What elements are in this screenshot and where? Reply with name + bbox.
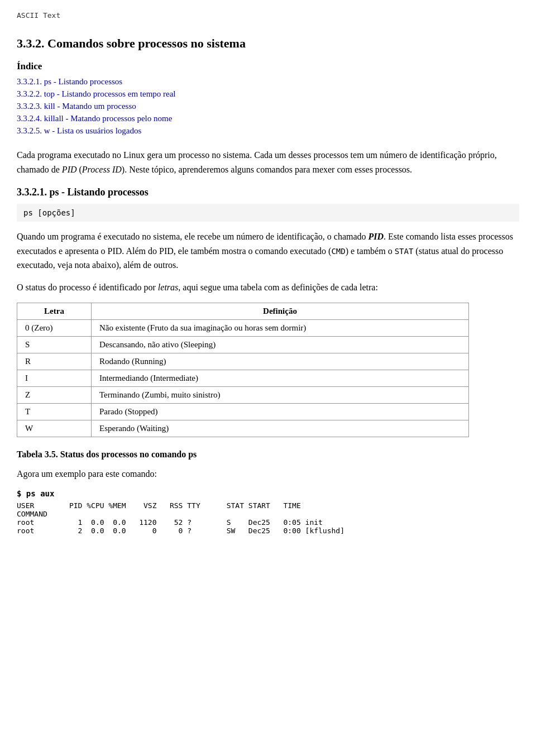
table-row: T Parado (Stopped) (17, 403, 469, 420)
table-cell-def: Terminando (Zumbi, muito sinistro) (91, 386, 468, 403)
table-cell-letra: S (17, 336, 92, 353)
ascii-header: ASCII Text (17, 11, 519, 20)
intro-paragraph: Cada programa executado no Linux gera um… (17, 148, 519, 176)
indice-link-1[interactable]: 3.3.2.1. ps - Listando processos (17, 77, 122, 86)
table-cell-def: Rodando (Running) (91, 353, 468, 370)
indice-link-2[interactable]: 3.3.2.2. top - Listando processos em tem… (17, 89, 176, 98)
example-intro: Agora um exemplo para este comando: (17, 467, 519, 481)
table-cell-letra: Z (17, 386, 92, 403)
indice-list: 3.3.2.1. ps - Listando processos 3.3.2.2… (17, 76, 519, 136)
table-cell-def: Esperando (Waiting) (91, 420, 468, 437)
list-item[interactable]: 3.3.2.3. kill - Matando um processo (17, 101, 519, 111)
indice-section: Índice 3.3.2.1. ps - Listando processos … (17, 61, 519, 136)
table-cell-def: Parado (Stopped) (91, 403, 468, 420)
section1-p1: Quando um programa é executado no sistem… (17, 229, 519, 272)
indice-link-4[interactable]: 3.3.2.4. killall - Matando processos pel… (17, 114, 172, 123)
section1-heading: 3.3.2.1. ps - Listando processos (17, 186, 519, 198)
ps-output: USER PID %CPU %MEM VSZ RSS TTY STAT STAR… (17, 501, 519, 535)
table-cell-letra: T (17, 403, 92, 420)
indice-link-5[interactable]: 3.3.2.5. w - Lista os usuários logados (17, 126, 141, 135)
table-cell-letra: W (17, 420, 92, 437)
table-cell-def: Não existente (Fruto da sua imaginação o… (91, 319, 468, 336)
table-row: Z Terminando (Zumbi, muito sinistro) (17, 386, 469, 403)
indice-title: Índice (17, 61, 519, 72)
table-cell-def: Intermediando (Intermediate) (91, 370, 468, 386)
table-row: 0 (Zero) Não existente (Fruto da sua ima… (17, 319, 469, 336)
table-cell-letra: 0 (Zero) (17, 319, 92, 336)
table-caption: Tabela 3.5. Status dos processos no coma… (17, 447, 519, 462)
table-row: R Rodando (Running) (17, 353, 469, 370)
list-item[interactable]: 3.3.2.4. killall - Matando processos pel… (17, 113, 519, 123)
page-title: 3.3.2. Comandos sobre processos no siste… (17, 36, 519, 51)
list-item[interactable]: 3.3.2.1. ps - Listando processos (17, 76, 519, 87)
list-item[interactable]: 3.3.2.5. w - Lista os usuários logados (17, 126, 519, 136)
command-syntax: ps [opções] (17, 204, 519, 222)
example-command: $ ps aux (17, 489, 519, 498)
table-cell-def: Descansando, não ativo (Sleeping) (91, 336, 468, 353)
table-header-letra: Letra (17, 303, 92, 319)
table-row: S Descansando, não ativo (Sleeping) (17, 336, 469, 353)
table-row: I Intermediando (Intermediate) (17, 370, 469, 386)
status-table: Letra Definição 0 (Zero) Não existente (… (17, 303, 469, 437)
list-item[interactable]: 3.3.2.2. top - Listando processos em tem… (17, 89, 519, 99)
table-cell-letra: R (17, 353, 92, 370)
indice-link-3[interactable]: 3.3.2.3. kill - Matando um processo (17, 102, 136, 111)
table-row: W Esperando (Waiting) (17, 420, 469, 437)
table-cell-letra: I (17, 370, 92, 386)
section1-p2: O status do processo é identificado por … (17, 280, 519, 295)
table-header-definicao: Definição (91, 303, 468, 319)
